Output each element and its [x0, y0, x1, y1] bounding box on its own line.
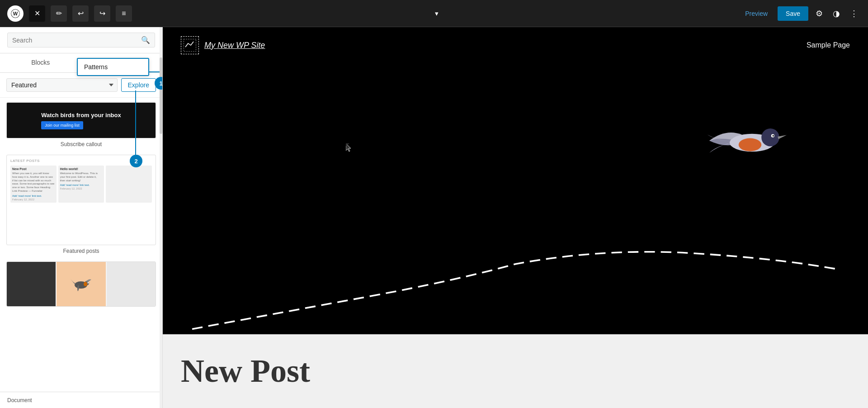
bird-icon — [70, 275, 92, 293]
edit-button[interactable]: ✏ — [51, 5, 67, 22]
svg-rect-7 — [184, 39, 196, 52]
chevron-down-icon: ▾ — [435, 9, 439, 18]
sidebar: 🔍 Blocks Patterns Patterns Featured Expl… — [0, 27, 163, 408]
topbar-left: W ✕ ✏ ↩ ↪ ≡ — [7, 5, 132, 22]
search-row: 🔍 — [7, 33, 155, 47]
save-button[interactable]: Save — [778, 6, 808, 21]
gallery-cell-2 — [107, 262, 156, 306]
featured-posts-label: Featured posts — [6, 248, 156, 254]
site-logo: My New WP Site — [181, 36, 265, 54]
sidebar-search-area: 🔍 — [0, 27, 162, 53]
search-input[interactable] — [12, 37, 137, 44]
new-post-section: New Post — [163, 334, 868, 408]
fp-item-2 — [106, 166, 152, 203]
bird-illustration — [705, 118, 787, 172]
logo-svg — [184, 39, 196, 52]
category-select[interactable]: Featured — [6, 78, 118, 92]
site-name: My New WP Site — [204, 41, 265, 50]
fp-item-1: Hello world! Welcome to WordPress. This … — [58, 166, 104, 203]
svg-point-9 — [739, 138, 761, 152]
fp-item-text-1: Welcome to WordPress. This is your first… — [60, 172, 103, 182]
subscribe-preview: Watch birds from your inbox Join our mai… — [6, 102, 156, 138]
close-button[interactable]: ✕ — [29, 5, 45, 22]
sidebar-content: Watch birds from your inbox Join our mai… — [0, 98, 162, 392]
logo-image — [181, 36, 199, 54]
settings-button[interactable]: ⚙ — [813, 6, 826, 21]
fp-item-title-0: New Post — [12, 167, 55, 171]
tab-blocks[interactable]: Blocks — [0, 53, 81, 72]
menu-button[interactable]: ≡ — [116, 5, 132, 22]
subscribe-title: Watch birds from your inbox — [41, 111, 121, 119]
fp-item-date-1: February 12, 2022 — [60, 187, 103, 190]
gallery-preview — [6, 261, 156, 307]
featured-posts-card[interactable]: LATEST POSTS New Post When you see it, y… — [6, 155, 156, 254]
canvas-frame: My New WP Site Sample Page — [163, 27, 868, 408]
canvas-area: My New WP Site Sample Page — [163, 27, 868, 408]
topbar-center: ▾ — [137, 9, 734, 18]
fp-item-link-0: Add 'read more' link text. — [12, 195, 55, 197]
join-mailing-list-button[interactable]: Join our mailing list — [41, 121, 83, 129]
sample-page-nav: Sample Page — [807, 41, 850, 49]
site-nav: Sample Page — [807, 41, 850, 49]
undo-button[interactable]: ↩ — [72, 5, 89, 22]
document-label: Document — [7, 397, 32, 403]
scroll-thumb — [160, 57, 162, 133]
badge-2: 2 — [130, 155, 142, 167]
main-layout: 🔍 Blocks Patterns Patterns Featured Expl… — [0, 27, 868, 408]
fp-grid: New Post When you see it, you will know … — [10, 166, 152, 203]
fp-item-date-0: February 12, 2022 — [12, 198, 55, 201]
page-nav-dropdown[interactable]: ▾ — [433, 9, 439, 18]
patterns-panel-label: Patterns — [84, 63, 108, 71]
search-icon: 🔍 — [141, 36, 150, 44]
topbar-right: Preview Save ⚙ ◑ ⋮ — [740, 6, 861, 21]
bottom-bar: Document — [0, 392, 162, 408]
svg-text:W: W — [13, 11, 18, 16]
subscribe-callout-label: Subscribe callout — [6, 141, 156, 147]
redo-button[interactable]: ↪ — [94, 5, 110, 22]
svg-point-10 — [761, 128, 779, 147]
filter-row: Featured Explore — [0, 73, 162, 98]
gallery-card[interactable] — [6, 261, 156, 307]
preview-button[interactable]: Preview — [740, 7, 773, 20]
svg-point-12 — [773, 135, 774, 137]
fp-item-0: New Post When you see it, you will know … — [10, 166, 57, 203]
gallery-cell-0 — [7, 262, 56, 306]
wordpress-logo[interactable]: W — [7, 5, 24, 22]
contrast-button[interactable]: ◑ — [830, 6, 843, 21]
dashed-path — [163, 172, 868, 334]
overflow-button[interactable]: ⋮ — [847, 6, 861, 21]
site-header: My New WP Site Sample Page — [163, 27, 868, 63]
hero-bird — [705, 118, 787, 172]
svg-point-5 — [84, 282, 87, 286]
topbar: W ✕ ✏ ↩ ↪ ≡ ▾ Preview Save ⚙ ◑ ⋮ — [0, 0, 868, 27]
subscribe-callout-card[interactable]: Watch birds from your inbox Join our mai… — [6, 102, 156, 147]
fp-item-text-0: When you see it, you will know how easy … — [12, 172, 55, 193]
hero-section — [163, 63, 868, 334]
gallery-cell-1 — [57, 262, 105, 306]
fp-item-title-1: Hello world! — [60, 167, 103, 171]
featured-posts-preview: LATEST POSTS New Post When you see it, y… — [6, 155, 156, 245]
explore-button[interactable]: Explore — [121, 78, 156, 92]
new-post-title: New Post — [181, 352, 310, 390]
subscribe-text: Watch birds from your inbox Join our mai… — [41, 111, 121, 129]
fp-item-link-1: Add 'read more' link text. — [60, 184, 103, 186]
svg-point-6 — [88, 282, 89, 284]
patterns-panel: Patterns — [77, 58, 149, 76]
